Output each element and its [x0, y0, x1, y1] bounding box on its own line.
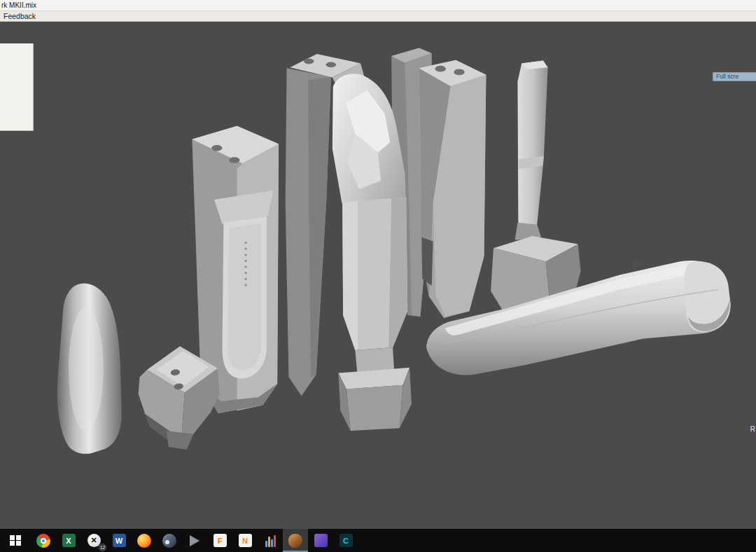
cura-icon[interactable]: C	[333, 529, 358, 552]
excel-icon[interactable]: X	[56, 529, 81, 552]
meshmixer-window: rk MKII.mix Feedback	[0, 0, 756, 552]
xbox-icon[interactable]: ✕ 12	[81, 529, 106, 552]
menu-bar: Feedback	[0, 11, 756, 22]
n-app-icon[interactable]: N	[232, 529, 258, 552]
equalizer-icon[interactable]	[258, 529, 283, 552]
firefox-icon[interactable]	[132, 529, 157, 552]
f-app-icon[interactable]: F	[207, 529, 232, 552]
part-rod-assembly[interactable]	[491, 61, 580, 326]
purple-app-icon[interactable]	[308, 529, 333, 552]
word-icon[interactable]: W	[106, 529, 132, 552]
play-icon[interactable]	[182, 529, 207, 552]
part-receiver-column[interactable]	[419, 60, 486, 318]
right-edge-label: R	[750, 425, 755, 433]
windows-logo-icon	[10, 535, 21, 546]
viewport-3d[interactable]: Full scre R	[0, 22, 756, 529]
part-grip[interactable]	[57, 283, 122, 453]
steam-icon[interactable]	[157, 529, 182, 552]
fullscreen-button[interactable]: Full scre	[713, 72, 756, 81]
model-canvas[interactable]	[0, 22, 756, 529]
window-title: rk MKII.mix	[0, 1, 36, 9]
menu-feedback[interactable]: Feedback	[0, 12, 39, 20]
meshmixer-icon[interactable]	[283, 529, 308, 552]
window-titlebar[interactable]: rk MKII.mix	[0, 0, 756, 11]
start-button[interactable]	[0, 529, 31, 552]
left-panel	[0, 43, 34, 131]
taskbar: X ✕ 12 W F N	[0, 529, 756, 552]
chrome-icon[interactable]	[31, 529, 56, 552]
xbox-badge: 12	[99, 544, 106, 551]
